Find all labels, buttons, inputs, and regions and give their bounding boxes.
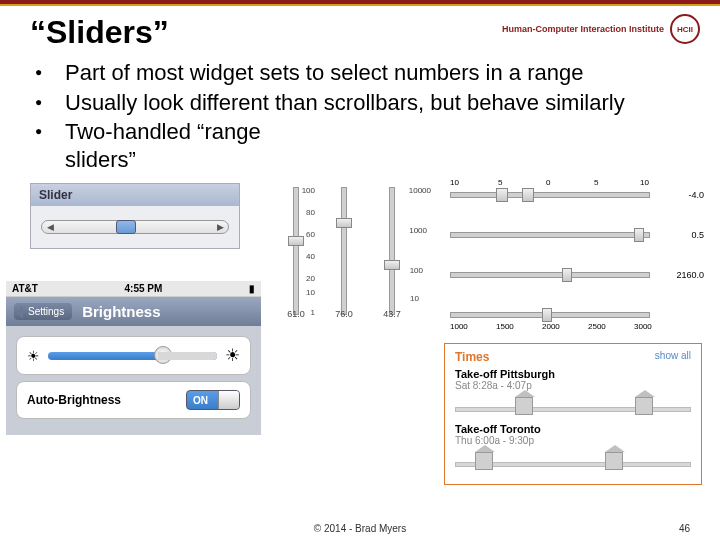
page-number: 46 [679,523,690,534]
range-handle-low[interactable] [475,452,493,470]
tick-label: 10 [640,178,649,187]
tick-label: 2500 [588,322,606,331]
takeoff-section: Take-off Pittsburgh Sat 8:28a - 4:07p [455,368,691,419]
clock-label: 4:55 PM [125,283,163,294]
vslider-thumb[interactable] [336,218,352,228]
mac-slider-body: ◀ ▶ [31,206,239,248]
hslider-track[interactable] [450,272,650,278]
times-range-example: Times show all Take-off Pittsburgh Sat 8… [444,343,702,485]
slide-footer: © 2014 - Brad Myers 46 [0,523,720,534]
range-slider-row: 10 5 0 5 10 -4.0 [444,178,714,212]
tick-label: 3000 [634,322,652,331]
vslider-thumb[interactable] [288,236,304,246]
brightness-low-icon: ☀ [27,348,40,364]
tick-label: 10 [306,288,315,297]
battery-icon: ▮ [249,283,255,294]
vslider-1: 100 80 60 40 20 10 1 61.0 [275,184,317,319]
copyright-label: © 2014 - Brad Myers [314,523,406,534]
tick-label: 2000 [542,322,560,331]
hslider-thumb[interactable] [634,228,644,242]
brightness-slider-row: ☀ ☀ [16,336,251,375]
takeoff-section: Take-off Toronto Thu 6:00a - 9:30p [455,423,691,474]
time-range-track [455,407,691,412]
arrow-left-icon[interactable]: ◀ [43,221,57,233]
range-handle-low[interactable] [515,397,533,415]
hslider-row: 1000 1500 2000 2500 3000 [444,298,714,332]
tick-label: 100 [410,266,423,275]
mac-slider-example: Slider ◀ ▶ [30,183,240,249]
range-handle-high[interactable] [605,452,623,470]
auto-brightness-label: Auto-Brightness [27,393,121,407]
mac-slider-thumb[interactable] [116,220,136,234]
hslider-row: 2160.0 [444,258,714,292]
vslider-track[interactable] [293,187,299,315]
ios-panel: ☀ ☀ Auto-Brightness ON [6,326,261,435]
brightness-slider-thumb[interactable] [154,346,172,364]
horizontal-sliders-example: 10 5 0 5 10 -4.0 0.5 2160.0 1000 1500 20… [444,178,714,338]
bullet-item: Part of most widget sets to select numbe… [45,59,700,87]
vslider-value: 76.0 [323,309,365,319]
tick-label: 5 [498,178,502,187]
ios-brightness-example: AT&T 4:55 PM ▮ Settings Brightness ☀ ☀ A… [6,281,261,435]
show-all-link[interactable]: show all [655,350,691,364]
takeoff-label: Take-off Toronto [455,423,691,435]
tick-label: 20 [306,274,315,283]
tick-label: 10 [450,178,459,187]
tick-label: 100 [302,186,315,195]
hslider-track[interactable] [450,232,650,238]
vertical-sliders-example: 100 80 60 40 20 10 1 61.0 76.0 10000 100… [275,178,435,343]
bullet-item: Two-handled “range sliders” [45,118,275,173]
takeoff-label: Take-off Pittsburgh [455,368,691,380]
slide-title: “Sliders” [30,14,169,51]
tick-label: 0 [546,178,550,187]
tick-label: 10000 [409,186,431,195]
range-thumb-low[interactable] [496,188,508,202]
examples-area: Slider ◀ ▶ AT&T 4:55 PM ▮ Settings Brigh… [0,183,720,493]
times-title: Times [455,350,489,364]
tick-label: 5 [594,178,598,187]
tick-label: 1000 [409,226,427,235]
arrow-right-icon[interactable]: ▶ [213,221,227,233]
brightness-slider[interactable] [48,352,217,360]
mac-slider-title: Slider [31,184,239,206]
takeoff-time: Sat 8:28a - 4:07p [455,380,691,391]
range-thumb-high[interactable] [522,188,534,202]
ios-status-bar: AT&T 4:55 PM ▮ [6,281,261,297]
hcii-logo-icon: HCII [670,14,700,44]
time-range-slider[interactable] [455,448,691,474]
range-handle-high[interactable] [635,397,653,415]
institute-branding: Human-Computer Interaction Institute HCI… [502,14,700,44]
ios-screen-title: Brightness [82,303,160,320]
brightness-high-icon: ☀ [225,345,240,366]
slider-value: -4.0 [688,190,704,200]
vslider-track[interactable] [389,187,395,315]
bullet-item: Usually look different than scrollbars, … [45,89,700,117]
auto-brightness-toggle[interactable]: ON [186,390,240,410]
tick-label: 80 [306,208,315,217]
institute-label: Human-Computer Interaction Institute [502,24,664,34]
tick-label: 1500 [496,322,514,331]
slider-value: 2160.0 [676,270,704,280]
vslider-track[interactable] [341,187,347,315]
tick-label: 40 [306,252,315,261]
mac-slider-track[interactable]: ◀ ▶ [41,220,229,234]
vslider-thumb[interactable] [384,260,400,270]
time-range-slider[interactable] [455,393,691,419]
back-button[interactable]: Settings [14,303,72,320]
times-header: Times show all [455,350,691,364]
ios-nav-bar: Settings Brightness [6,297,261,326]
auto-brightness-row: Auto-Brightness ON [16,381,251,419]
hslider-row: 0.5 [444,218,714,252]
range-slider-track[interactable] [450,192,650,198]
carrier-label: AT&T [12,283,38,294]
hslider-thumb[interactable] [562,268,572,282]
bullet-list: Part of most widget sets to select numbe… [0,55,720,183]
vslider-value: 43.7 [371,309,413,319]
tick-label: 1000 [450,322,468,331]
tick-label: 60 [306,230,315,239]
hslider-thumb[interactable] [542,308,552,322]
vslider-2: 76.0 [323,184,365,319]
vslider-value: 61.0 [275,309,317,319]
vslider-3: 10000 1000 100 10 43.7 [371,184,413,319]
slide-header: “Sliders” Human-Computer Interaction Ins… [0,6,720,55]
